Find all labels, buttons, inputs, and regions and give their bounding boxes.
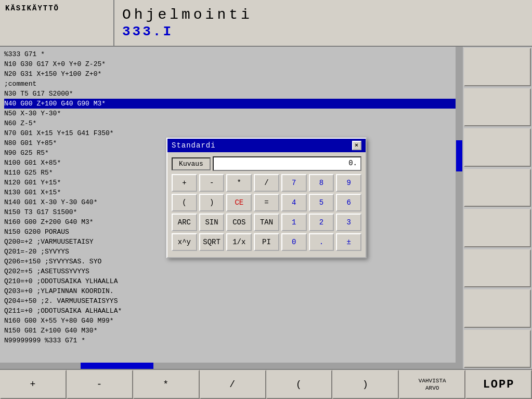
right-btn-2[interactable] [464,88,531,127]
calc-7[interactable]: 7 [281,174,307,192]
right-panel [463,47,532,369]
calc-row-1: + - * / 7 8 9 [172,174,361,192]
calc-9[interactable]: 9 [336,174,361,192]
right-btn-8[interactable] [464,330,531,368]
right-btn-6[interactable] [464,249,531,288]
calc-multiply[interactable]: * [226,174,252,192]
calc-row-3: ARC SIN COS TAN 1 2 3 [172,214,361,231]
calc-ce[interactable]: CE [226,194,252,211]
code-line-7[interactable]: N60 Z-5* [4,118,458,128]
calc-titlebar: Standardi × [167,139,366,152]
calc-open-paren[interactable]: ( [172,194,197,211]
calc-close-paren[interactable]: ) [199,194,225,211]
horizontal-scrollbar[interactable] [0,363,463,369]
right-btn-5[interactable] [464,209,531,247]
calc-row-4: x^y SQRT 1/x PI 0 . ± [172,233,361,251]
calc-title: Standardi [172,141,216,150]
calc-plus[interactable]: + [172,174,197,192]
calc-6[interactable]: 6 [336,194,361,211]
right-btn-3[interactable] [464,128,531,167]
code-line-24[interactable]: Q203=+0 ;YLAPINNAN KOORDIN. [4,286,458,296]
calc-3[interactable]: 3 [336,214,361,231]
calc-display: 0. [213,156,361,171]
calc-4[interactable]: 4 [281,194,307,211]
bottom-toolbar: + - * / ( ) VAHVISTAARVO LOPP [0,369,532,399]
calc-close-button[interactable]: × [352,141,361,150]
right-btn-7[interactable] [464,289,531,328]
calc-8[interactable]: 8 [309,174,334,192]
vertical-scrollbar[interactable] [456,47,463,369]
calc-sin[interactable]: SIN [199,214,225,231]
bottom-plus[interactable]: + [0,370,67,399]
code-line-3[interactable]: ;comment [4,79,458,89]
horizontal-scroll-thumb[interactable] [81,363,153,369]
program-title: Ohjelmointi [122,7,524,23]
code-line-22[interactable]: Q202=+5 ;ASETUSSYVYYS [4,267,458,276]
lopp-button[interactable]: LOPP [465,370,532,399]
mode-label: KÄSIKÄYTTÖ [0,0,114,46]
calc-divide[interactable]: / [254,174,279,192]
calc-pi[interactable]: PI [254,233,279,251]
right-btn-4[interactable] [464,169,531,207]
code-line-26[interactable]: Q211=+0 ;ODOTUSAIKA ALHAALLA* [4,306,458,316]
code-line-23[interactable]: Q210=+0 ;ODOTUSAIKA YLHAALLA [4,276,458,286]
calculator-dialog: Standardi × Kuvaus 0. + - * / 7 8 9 ( ) … [166,138,367,258]
calc-row-2: ( ) CE = 4 5 6 [172,194,361,211]
code-line-6[interactable]: N50 X-30 Y-30* [4,109,458,118]
scroll-thumb[interactable] [456,140,462,171]
code-line-2[interactable]: N20 G31 X+150 Y+100 Z+0* [4,69,458,79]
bottom-divide[interactable]: / [200,370,266,399]
calc-plusminus[interactable]: ± [336,233,361,251]
calc-2[interactable]: 2 [309,214,334,231]
program-number: 333.I [122,24,524,39]
calc-decimal[interactable]: . [309,233,334,251]
calc-tan[interactable]: TAN [254,214,279,231]
code-line-27[interactable]: N160 G00 X+55 Y+80 G40 M99* [4,316,458,326]
bottom-close-paren[interactable]: ) [332,370,399,399]
calc-sqrt[interactable]: SQRT [199,233,225,251]
code-line-1[interactable]: N10 G30 G17 X+0 Y+0 Z-25* [4,59,458,69]
vahvista-button[interactable]: VAHVISTAARVO [399,370,465,399]
code-line-4[interactable]: N30 T5 G17 S2000* [4,89,458,99]
calc-minus[interactable]: - [199,174,225,192]
calc-1[interactable]: 1 [281,214,307,231]
bottom-multiply[interactable]: * [133,370,200,399]
bottom-open-paren[interactable]: ( [266,370,333,399]
bottom-minus[interactable]: - [67,370,133,399]
code-line-8[interactable]: N70 G01 X+15 Y+15 G41 F350* [4,128,458,138]
calc-power[interactable]: x^y [172,233,197,251]
code-line-28[interactable]: N150 G01 Z+100 G40 M30* [4,326,458,336]
calc-5[interactable]: 5 [309,194,334,211]
code-line-5[interactable]: N40 G00 Z+100 G40 G90 M3* [4,99,458,109]
code-line-0[interactable]: %333 G71 * [4,49,458,59]
calc-equals[interactable]: = [254,194,279,211]
code-line-29[interactable]: N99999999 %333 G71 * [4,336,458,345]
calc-arc[interactable]: ARC [172,214,197,231]
calc-reciprocal[interactable]: 1/x [226,233,252,251]
calc-cos[interactable]: COS [226,214,252,231]
calc-kuvaus-label: Kuvaus [172,157,211,170]
calc-0[interactable]: 0 [281,233,307,251]
right-btn-1[interactable] [464,48,531,86]
code-line-25[interactable]: Q204=+50 ;2. VARMUUSETAISYYS [4,296,458,306]
